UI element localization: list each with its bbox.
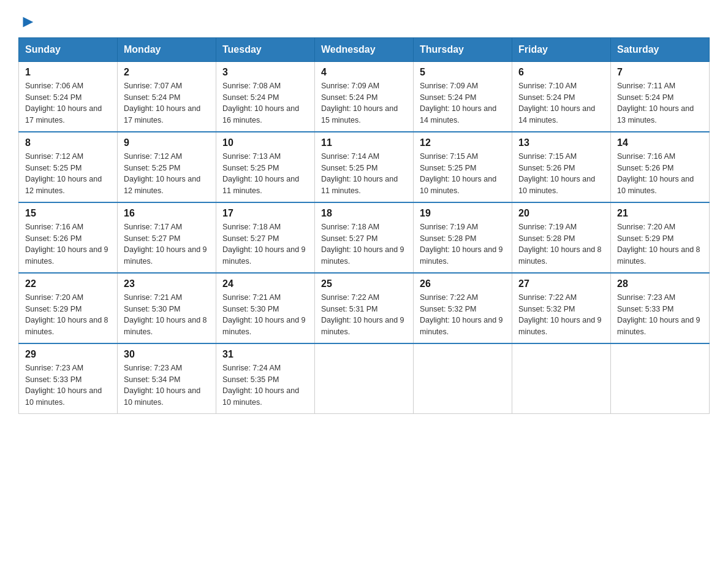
calendar-week-row: 15Sunrise: 7:16 AMSunset: 5:26 PMDayligh… — [19, 202, 710, 273]
day-info: Sunrise: 7:15 AMSunset: 5:26 PMDaylight:… — [518, 151, 604, 197]
calendar-cell: 6Sunrise: 7:10 AMSunset: 5:24 PMDaylight… — [512, 61, 611, 132]
day-info: Sunrise: 7:12 AMSunset: 5:25 PMDaylight:… — [124, 151, 210, 197]
calendar-cell: 12Sunrise: 7:15 AMSunset: 5:25 PMDayligh… — [414, 132, 512, 202]
day-number: 5 — [420, 67, 506, 78]
day-number: 13 — [518, 137, 604, 148]
day-number: 10 — [222, 137, 308, 148]
weekday-header-thursday: Thursday — [414, 37, 512, 61]
day-info: Sunrise: 7:15 AMSunset: 5:25 PMDaylight:… — [420, 151, 506, 197]
calendar-cell: 29Sunrise: 7:23 AMSunset: 5:33 PMDayligh… — [19, 343, 118, 414]
calendar-cell: 18Sunrise: 7:18 AMSunset: 5:27 PMDayligh… — [315, 202, 414, 273]
day-info: Sunrise: 7:10 AMSunset: 5:24 PMDaylight:… — [518, 80, 604, 126]
day-number: 3 — [222, 67, 308, 78]
weekday-header-wednesday: Wednesday — [315, 37, 414, 61]
day-number: 14 — [617, 137, 703, 148]
day-number: 19 — [420, 208, 506, 219]
calendar-cell — [414, 343, 512, 414]
calendar-cell: 13Sunrise: 7:15 AMSunset: 5:26 PMDayligh… — [512, 132, 611, 202]
day-info: Sunrise: 7:14 AMSunset: 5:25 PMDaylight:… — [321, 151, 407, 197]
calendar-cell — [315, 343, 414, 414]
day-number: 8 — [25, 137, 111, 148]
calendar-week-row: 22Sunrise: 7:20 AMSunset: 5:29 PMDayligh… — [19, 273, 710, 343]
calendar-cell: 25Sunrise: 7:22 AMSunset: 5:31 PMDayligh… — [315, 273, 414, 343]
calendar-cell: 24Sunrise: 7:21 AMSunset: 5:30 PMDayligh… — [216, 273, 315, 343]
day-info: Sunrise: 7:09 AMSunset: 5:24 PMDaylight:… — [420, 80, 506, 126]
day-number: 17 — [222, 208, 308, 219]
day-info: Sunrise: 7:20 AMSunset: 5:29 PMDaylight:… — [617, 221, 703, 267]
day-number: 27 — [518, 278, 604, 289]
day-info: Sunrise: 7:13 AMSunset: 5:25 PMDaylight:… — [222, 151, 308, 197]
calendar-cell: 4Sunrise: 7:09 AMSunset: 5:24 PMDaylight… — [315, 61, 414, 132]
calendar-cell: 1Sunrise: 7:06 AMSunset: 5:24 PMDaylight… — [19, 61, 118, 132]
day-info: Sunrise: 7:23 AMSunset: 5:33 PMDaylight:… — [25, 362, 111, 408]
day-info: Sunrise: 7:23 AMSunset: 5:34 PMDaylight:… — [124, 362, 210, 408]
day-info: Sunrise: 7:19 AMSunset: 5:28 PMDaylight:… — [518, 221, 604, 267]
weekday-header-tuesday: Tuesday — [216, 37, 315, 61]
calendar-cell: 31Sunrise: 7:24 AMSunset: 5:35 PMDayligh… — [216, 343, 315, 414]
day-number: 15 — [25, 208, 111, 219]
weekday-header-row: SundayMondayTuesdayWednesdayThursdayFrid… — [19, 37, 710, 61]
calendar-cell: 15Sunrise: 7:16 AMSunset: 5:26 PMDayligh… — [19, 202, 118, 273]
day-number: 28 — [617, 278, 703, 289]
calendar-cell: 19Sunrise: 7:19 AMSunset: 5:28 PMDayligh… — [414, 202, 512, 273]
calendar-table: SundayMondayTuesdayWednesdayThursdayFrid… — [18, 37, 710, 414]
day-number: 23 — [124, 278, 210, 289]
day-number: 6 — [518, 67, 604, 78]
calendar-cell: 28Sunrise: 7:23 AMSunset: 5:33 PMDayligh… — [611, 273, 710, 343]
day-info: Sunrise: 7:17 AMSunset: 5:27 PMDaylight:… — [124, 221, 210, 267]
day-info: Sunrise: 7:22 AMSunset: 5:32 PMDaylight:… — [420, 292, 506, 338]
day-info: Sunrise: 7:22 AMSunset: 5:31 PMDaylight:… — [321, 292, 407, 338]
day-info: Sunrise: 7:16 AMSunset: 5:26 PMDaylight:… — [25, 221, 111, 267]
calendar-week-row: 8Sunrise: 7:12 AMSunset: 5:25 PMDaylight… — [19, 132, 710, 202]
day-number: 29 — [25, 349, 111, 360]
day-number: 18 — [321, 208, 407, 219]
day-info: Sunrise: 7:07 AMSunset: 5:24 PMDaylight:… — [124, 80, 210, 126]
calendar-week-row: 1Sunrise: 7:06 AMSunset: 5:24 PMDaylight… — [19, 61, 710, 132]
day-number: 20 — [518, 208, 604, 219]
weekday-header-monday: Monday — [118, 37, 216, 61]
calendar-cell: 8Sunrise: 7:12 AMSunset: 5:25 PMDaylight… — [19, 132, 118, 202]
calendar-cell: 26Sunrise: 7:22 AMSunset: 5:32 PMDayligh… — [414, 273, 512, 343]
logo: ► — [18, 12, 38, 31]
calendar-cell: 30Sunrise: 7:23 AMSunset: 5:34 PMDayligh… — [118, 343, 216, 414]
day-number: 25 — [321, 278, 407, 289]
day-info: Sunrise: 7:06 AMSunset: 5:24 PMDaylight:… — [25, 80, 111, 126]
day-number: 30 — [124, 349, 210, 360]
logo-arrow-icon: ► — [20, 12, 37, 31]
calendar-cell: 3Sunrise: 7:08 AMSunset: 5:24 PMDaylight… — [216, 61, 315, 132]
calendar-cell: 27Sunrise: 7:22 AMSunset: 5:32 PMDayligh… — [512, 273, 611, 343]
day-number: 12 — [420, 137, 506, 148]
calendar-cell: 21Sunrise: 7:20 AMSunset: 5:29 PMDayligh… — [611, 202, 710, 273]
calendar-cell: 22Sunrise: 7:20 AMSunset: 5:29 PMDayligh… — [19, 273, 118, 343]
calendar-cell: 14Sunrise: 7:16 AMSunset: 5:26 PMDayligh… — [611, 132, 710, 202]
day-number: 11 — [321, 137, 407, 148]
calendar-cell: 10Sunrise: 7:13 AMSunset: 5:25 PMDayligh… — [216, 132, 315, 202]
day-number: 31 — [222, 349, 308, 360]
calendar-cell: 9Sunrise: 7:12 AMSunset: 5:25 PMDaylight… — [118, 132, 216, 202]
calendar-cell — [512, 343, 611, 414]
day-number: 7 — [617, 67, 703, 78]
calendar-cell: 7Sunrise: 7:11 AMSunset: 5:24 PMDaylight… — [611, 61, 710, 132]
day-info: Sunrise: 7:11 AMSunset: 5:24 PMDaylight:… — [617, 80, 703, 126]
day-number: 2 — [124, 67, 210, 78]
day-info: Sunrise: 7:24 AMSunset: 5:35 PMDaylight:… — [222, 362, 308, 408]
day-number: 24 — [222, 278, 308, 289]
day-info: Sunrise: 7:21 AMSunset: 5:30 PMDaylight:… — [124, 292, 210, 338]
calendar-cell: 2Sunrise: 7:07 AMSunset: 5:24 PMDaylight… — [118, 61, 216, 132]
day-number: 21 — [617, 208, 703, 219]
day-info: Sunrise: 7:19 AMSunset: 5:28 PMDaylight:… — [420, 221, 506, 267]
day-info: Sunrise: 7:16 AMSunset: 5:26 PMDaylight:… — [617, 151, 703, 197]
day-info: Sunrise: 7:08 AMSunset: 5:24 PMDaylight:… — [222, 80, 308, 126]
calendar-week-row: 29Sunrise: 7:23 AMSunset: 5:33 PMDayligh… — [19, 343, 710, 414]
day-info: Sunrise: 7:23 AMSunset: 5:33 PMDaylight:… — [617, 292, 703, 338]
day-number: 1 — [25, 67, 111, 78]
day-info: Sunrise: 7:18 AMSunset: 5:27 PMDaylight:… — [222, 221, 308, 267]
calendar-cell: 11Sunrise: 7:14 AMSunset: 5:25 PMDayligh… — [315, 132, 414, 202]
calendar-cell: 23Sunrise: 7:21 AMSunset: 5:30 PMDayligh… — [118, 273, 216, 343]
day-info: Sunrise: 7:22 AMSunset: 5:32 PMDaylight:… — [518, 292, 604, 338]
calendar-cell: 16Sunrise: 7:17 AMSunset: 5:27 PMDayligh… — [118, 202, 216, 273]
day-info: Sunrise: 7:20 AMSunset: 5:29 PMDaylight:… — [25, 292, 111, 338]
weekday-header-saturday: Saturday — [611, 37, 710, 61]
calendar-cell: 17Sunrise: 7:18 AMSunset: 5:27 PMDayligh… — [216, 202, 315, 273]
calendar-cell — [611, 343, 710, 414]
